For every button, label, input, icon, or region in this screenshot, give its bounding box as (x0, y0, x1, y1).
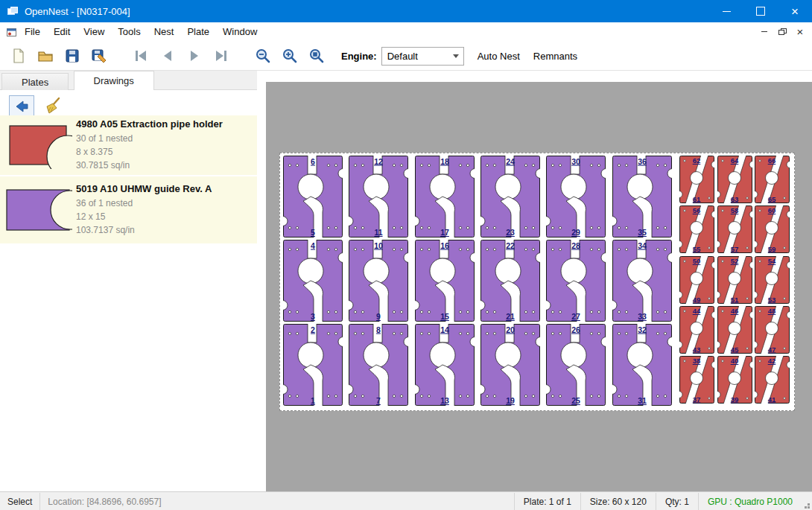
nested-part-pair-red[interactable]: 4645 (717, 306, 752, 354)
part-number[interactable]: 28 (571, 241, 580, 250)
nested-part-pair-red[interactable]: 4847 (755, 306, 790, 354)
nested-part-pair-red[interactable]: 6261 (679, 156, 714, 203)
nested-part-pair-red[interactable]: 5049 (679, 256, 714, 304)
part-number[interactable]: 48 (768, 307, 776, 315)
nested-part-pair-purple[interactable]: 2019 (480, 324, 540, 406)
nested-part-pair-purple[interactable]: 2423 (480, 156, 540, 238)
part-number[interactable]: 18 (440, 157, 449, 166)
zoom-out-button[interactable] (250, 44, 276, 68)
part-number[interactable]: 44 (693, 307, 701, 315)
part-number[interactable]: 25 (571, 396, 580, 405)
nested-part-pair-purple[interactable]: 1817 (415, 156, 475, 238)
nested-part-pair-red[interactable]: 5655 (679, 205, 714, 253)
part-number[interactable]: 66 (768, 156, 776, 165)
part-number[interactable]: 12 (374, 157, 383, 166)
tab-drawings[interactable]: Drawings (74, 71, 154, 90)
new-button[interactable] (6, 44, 31, 68)
part-number[interactable]: 7 (376, 396, 381, 405)
part-number[interactable]: 60 (768, 206, 776, 214)
nested-part-pair-red[interactable]: 5251 (717, 256, 752, 304)
part-number[interactable]: 39 (730, 395, 738, 404)
nested-part-pair-purple[interactable]: 65 (283, 156, 343, 238)
part-number[interactable]: 27 (571, 312, 580, 321)
part-number[interactable]: 21 (506, 312, 515, 321)
nested-part-pair-purple[interactable]: 87 (349, 324, 408, 406)
nested-part-pair-red[interactable]: 5857 (717, 205, 752, 253)
part-number[interactable]: 58 (730, 206, 738, 214)
auto-nest-button[interactable]: Auto Nest (478, 51, 520, 62)
menu-file[interactable]: File (18, 22, 47, 42)
part-number[interactable]: 45 (730, 345, 738, 353)
drawing-item-extraction-pipe-holder[interactable]: 4980 A05 Extraction pipe holder 30 of 1 … (0, 115, 257, 175)
nested-part-pair-red[interactable]: 3837 (679, 356, 714, 404)
part-number[interactable]: 64 (730, 156, 738, 165)
nested-part-pair-purple[interactable]: 1413 (415, 324, 475, 406)
nested-part-pair-purple[interactable]: 1211 (349, 156, 408, 238)
part-number[interactable]: 24 (506, 157, 515, 166)
part-number[interactable]: 62 (693, 156, 701, 165)
part-number[interactable]: 3 (311, 312, 315, 321)
menu-tools[interactable]: Tools (111, 22, 147, 42)
part-number[interactable]: 23 (506, 228, 515, 237)
part-number[interactable]: 61 (693, 195, 701, 203)
open-button[interactable] (33, 44, 58, 68)
close-button[interactable]: × (778, 0, 812, 22)
resize-grip[interactable] (808, 506, 810, 509)
nav-first-button[interactable] (128, 44, 153, 68)
part-number[interactable]: 30 (571, 157, 580, 166)
part-number[interactable]: 51 (730, 295, 738, 303)
part-number[interactable]: 20 (506, 325, 515, 334)
part-number[interactable]: 17 (440, 228, 449, 237)
nested-part-pair-purple[interactable]: 43 (283, 240, 343, 322)
nested-part-pair-purple[interactable]: 3029 (546, 156, 606, 238)
part-number[interactable]: 63 (730, 195, 738, 203)
drawing-item-uhmw-guide[interactable]: 5019 A10 UHMW guide Rev. A 36 of 1 neste… (0, 176, 257, 243)
part-number[interactable]: 33 (638, 312, 647, 321)
part-number[interactable]: 1 (311, 396, 315, 405)
part-number[interactable]: 41 (768, 395, 776, 404)
nav-next-button[interactable] (182, 44, 207, 68)
part-number[interactable]: 31 (638, 396, 647, 405)
nested-part-pair-red[interactable]: 6665 (755, 156, 790, 203)
nested-part-pair-red[interactable]: 5453 (755, 256, 790, 304)
nested-part-pair-purple[interactable]: 2625 (546, 324, 606, 406)
maximize-button[interactable] (743, 0, 778, 22)
part-number[interactable]: 11 (375, 228, 383, 237)
nested-part-pair-red[interactable]: 4039 (717, 356, 752, 404)
part-number[interactable]: 15 (440, 312, 449, 321)
nested-part-pair-red[interactable]: 6463 (717, 156, 752, 203)
nested-part-pair-red[interactable]: 4443 (679, 306, 714, 354)
part-number[interactable]: 59 (768, 245, 776, 253)
menu-plate[interactable]: Plate (180, 22, 216, 42)
save-button[interactable] (60, 44, 85, 68)
part-number[interactable]: 42 (768, 357, 776, 365)
part-number[interactable]: 54 (768, 257, 776, 265)
menu-view[interactable]: View (77, 22, 111, 42)
mdi-minimize-button[interactable] (755, 24, 773, 39)
canvas-background[interactable]: 6512111817242330293635431091615222128273… (266, 82, 812, 491)
zoom-fit-button[interactable] (304, 44, 329, 68)
part-number[interactable]: 53 (768, 295, 776, 303)
part-number[interactable]: 47 (768, 345, 776, 353)
clear-nest-button[interactable] (40, 95, 64, 115)
part-number[interactable]: 32 (638, 325, 647, 334)
part-number[interactable]: 34 (638, 241, 647, 250)
part-number[interactable]: 16 (440, 241, 449, 250)
part-number[interactable]: 50 (693, 257, 701, 265)
part-number[interactable]: 56 (693, 206, 701, 214)
nest-canvas[interactable]: 6512111817242330293635431091615222128273… (257, 71, 812, 491)
return-parts-button[interactable] (9, 95, 34, 117)
nested-part-pair-purple[interactable]: 21 (283, 324, 343, 406)
part-number[interactable]: 19 (506, 396, 515, 405)
part-number[interactable]: 46 (730, 307, 738, 315)
part-number[interactable]: 29 (571, 228, 580, 237)
engine-select[interactable]: Default (381, 47, 464, 66)
part-number[interactable]: 22 (506, 241, 515, 250)
nested-part-pair-purple[interactable]: 2827 (546, 240, 606, 322)
save-as-button[interactable] (86, 44, 112, 68)
menu-edit[interactable]: Edit (47, 22, 77, 42)
part-number[interactable]: 26 (571, 325, 580, 334)
part-number[interactable]: 43 (693, 345, 701, 353)
part-number[interactable]: 14 (440, 325, 449, 334)
part-number[interactable]: 36 (638, 157, 647, 166)
